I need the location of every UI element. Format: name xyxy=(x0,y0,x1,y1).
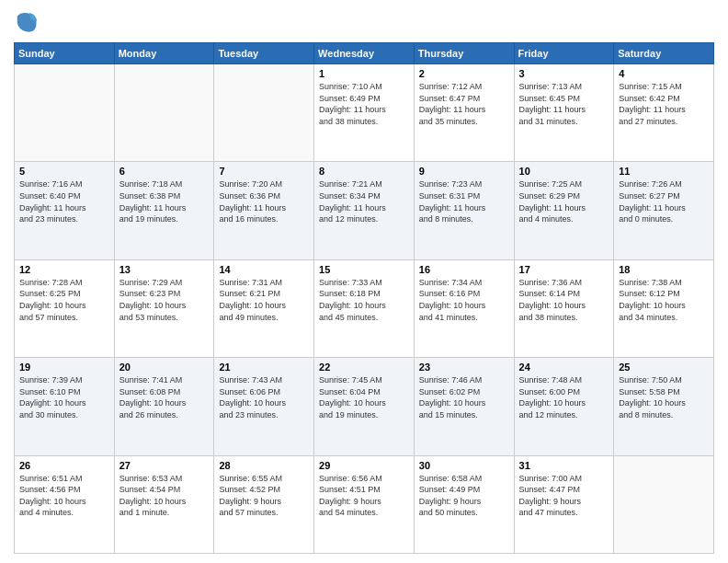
weekday-header-saturday: Saturday xyxy=(614,43,714,64)
weekday-header-wednesday: Wednesday xyxy=(314,43,415,64)
day-info: Sunrise: 7:45 AM Sunset: 6:04 PM Dayligh… xyxy=(319,374,409,420)
day-info: Sunrise: 7:36 AM Sunset: 6:14 PM Dayligh… xyxy=(519,277,609,323)
day-info: Sunrise: 7:28 AM Sunset: 6:25 PM Dayligh… xyxy=(19,277,109,323)
day-number: 1 xyxy=(319,68,409,79)
calendar-cell: 24Sunrise: 7:48 AM Sunset: 6:00 PM Dayli… xyxy=(514,358,614,455)
calendar-cell: 8Sunrise: 7:21 AM Sunset: 6:34 PM Daylig… xyxy=(314,162,415,259)
day-number: 27 xyxy=(119,460,210,471)
day-info: Sunrise: 7:33 AM Sunset: 6:18 PM Dayligh… xyxy=(319,277,409,323)
day-number: 17 xyxy=(519,264,609,275)
calendar-cell: 31Sunrise: 7:00 AM Sunset: 4:47 PM Dayli… xyxy=(514,455,614,553)
weekday-header-monday: Monday xyxy=(114,43,214,64)
calendar-cell: 18Sunrise: 7:38 AM Sunset: 6:12 PM Dayli… xyxy=(614,259,714,357)
calendar-cell: 15Sunrise: 7:33 AM Sunset: 6:18 PM Dayli… xyxy=(314,259,415,357)
day-number: 24 xyxy=(519,362,609,373)
day-number: 6 xyxy=(119,166,210,177)
calendar-cell: 27Sunrise: 6:53 AM Sunset: 4:54 PM Dayli… xyxy=(114,455,214,553)
calendar-cell: 26Sunrise: 6:51 AM Sunset: 4:56 PM Dayli… xyxy=(15,455,115,553)
day-number: 4 xyxy=(619,68,709,79)
day-info: Sunrise: 7:34 AM Sunset: 6:16 PM Dayligh… xyxy=(419,277,509,323)
day-number: 11 xyxy=(619,166,709,177)
weekday-header-friday: Friday xyxy=(514,43,614,64)
calendar-table: SundayMondayTuesdayWednesdayThursdayFrid… xyxy=(14,42,714,554)
calendar-cell xyxy=(614,455,714,553)
day-info: Sunrise: 6:51 AM Sunset: 4:56 PM Dayligh… xyxy=(19,473,109,519)
weekday-header-tuesday: Tuesday xyxy=(214,43,314,64)
calendar-week-row: 26Sunrise: 6:51 AM Sunset: 4:56 PM Dayli… xyxy=(15,455,714,553)
day-info: Sunrise: 7:38 AM Sunset: 6:12 PM Dayligh… xyxy=(619,277,709,323)
calendar-cell: 30Sunrise: 6:58 AM Sunset: 4:49 PM Dayli… xyxy=(414,455,514,553)
calendar-cell: 9Sunrise: 7:23 AM Sunset: 6:31 PM Daylig… xyxy=(414,162,514,259)
weekday-header-row: SundayMondayTuesdayWednesdayThursdayFrid… xyxy=(15,43,714,64)
day-info: Sunrise: 6:56 AM Sunset: 4:51 PM Dayligh… xyxy=(319,473,409,519)
calendar-cell: 14Sunrise: 7:31 AM Sunset: 6:21 PM Dayli… xyxy=(214,259,314,357)
day-info: Sunrise: 7:43 AM Sunset: 6:06 PM Dayligh… xyxy=(219,374,309,420)
day-number: 30 xyxy=(419,460,509,471)
day-number: 8 xyxy=(319,166,409,177)
day-info: Sunrise: 7:46 AM Sunset: 6:02 PM Dayligh… xyxy=(419,374,509,420)
day-number: 31 xyxy=(519,460,609,471)
calendar-cell: 16Sunrise: 7:34 AM Sunset: 6:16 PM Dayli… xyxy=(414,259,514,357)
day-number: 15 xyxy=(319,264,409,275)
day-info: Sunrise: 7:16 AM Sunset: 6:40 PM Dayligh… xyxy=(19,178,109,224)
day-number: 14 xyxy=(219,264,309,275)
logo xyxy=(14,9,43,35)
calendar-cell: 22Sunrise: 7:45 AM Sunset: 6:04 PM Dayli… xyxy=(314,358,415,455)
day-info: Sunrise: 7:41 AM Sunset: 6:08 PM Dayligh… xyxy=(119,374,210,420)
day-info: Sunrise: 6:58 AM Sunset: 4:49 PM Dayligh… xyxy=(419,473,509,519)
calendar-cell: 2Sunrise: 7:12 AM Sunset: 6:47 PM Daylig… xyxy=(414,64,514,162)
calendar-cell: 19Sunrise: 7:39 AM Sunset: 6:10 PM Dayli… xyxy=(15,358,115,455)
calendar-cell: 6Sunrise: 7:18 AM Sunset: 6:38 PM Daylig… xyxy=(114,162,214,259)
weekday-header-sunday: Sunday xyxy=(15,43,115,64)
calendar-cell: 20Sunrise: 7:41 AM Sunset: 6:08 PM Dayli… xyxy=(114,358,214,455)
day-info: Sunrise: 7:21 AM Sunset: 6:34 PM Dayligh… xyxy=(319,178,409,224)
day-number: 26 xyxy=(19,460,109,471)
calendar-week-row: 12Sunrise: 7:28 AM Sunset: 6:25 PM Dayli… xyxy=(15,259,714,357)
day-info: Sunrise: 7:23 AM Sunset: 6:31 PM Dayligh… xyxy=(419,178,509,224)
day-number: 21 xyxy=(219,362,309,373)
calendar-cell: 28Sunrise: 6:55 AM Sunset: 4:52 PM Dayli… xyxy=(214,455,314,553)
calendar-cell: 12Sunrise: 7:28 AM Sunset: 6:25 PM Dayli… xyxy=(15,259,115,357)
calendar-cell: 4Sunrise: 7:15 AM Sunset: 6:42 PM Daylig… xyxy=(614,64,714,162)
calendar-cell xyxy=(15,64,115,162)
calendar-cell: 17Sunrise: 7:36 AM Sunset: 6:14 PM Dayli… xyxy=(514,259,614,357)
calendar-cell xyxy=(114,64,214,162)
day-info: Sunrise: 7:20 AM Sunset: 6:36 PM Dayligh… xyxy=(219,178,309,224)
day-info: Sunrise: 7:13 AM Sunset: 6:45 PM Dayligh… xyxy=(519,81,609,127)
day-info: Sunrise: 7:25 AM Sunset: 6:29 PM Dayligh… xyxy=(519,178,609,224)
day-number: 5 xyxy=(19,166,109,177)
day-info: Sunrise: 7:18 AM Sunset: 6:38 PM Dayligh… xyxy=(119,178,210,224)
day-info: Sunrise: 7:50 AM Sunset: 5:58 PM Dayligh… xyxy=(619,374,709,420)
day-number: 19 xyxy=(19,362,109,373)
calendar-week-row: 19Sunrise: 7:39 AM Sunset: 6:10 PM Dayli… xyxy=(15,358,714,455)
day-number: 22 xyxy=(319,362,409,373)
calendar-cell: 5Sunrise: 7:16 AM Sunset: 6:40 PM Daylig… xyxy=(15,162,115,259)
page: SundayMondayTuesdayWednesdayThursdayFrid… xyxy=(0,0,728,563)
day-info: Sunrise: 7:12 AM Sunset: 6:47 PM Dayligh… xyxy=(419,81,509,127)
day-info: Sunrise: 7:26 AM Sunset: 6:27 PM Dayligh… xyxy=(619,178,709,224)
day-info: Sunrise: 7:31 AM Sunset: 6:21 PM Dayligh… xyxy=(219,277,309,323)
day-info: Sunrise: 7:15 AM Sunset: 6:42 PM Dayligh… xyxy=(619,81,709,127)
day-info: Sunrise: 7:00 AM Sunset: 4:47 PM Dayligh… xyxy=(519,473,609,519)
calendar-cell: 7Sunrise: 7:20 AM Sunset: 6:36 PM Daylig… xyxy=(214,162,314,259)
day-info: Sunrise: 6:55 AM Sunset: 4:52 PM Dayligh… xyxy=(219,473,309,519)
day-info: Sunrise: 7:39 AM Sunset: 6:10 PM Dayligh… xyxy=(19,374,109,420)
day-number: 13 xyxy=(119,264,210,275)
calendar-cell: 23Sunrise: 7:46 AM Sunset: 6:02 PM Dayli… xyxy=(414,358,514,455)
calendar-cell xyxy=(214,64,314,162)
calendar-cell: 3Sunrise: 7:13 AM Sunset: 6:45 PM Daylig… xyxy=(514,64,614,162)
day-number: 2 xyxy=(419,68,509,79)
day-info: Sunrise: 6:53 AM Sunset: 4:54 PM Dayligh… xyxy=(119,473,210,519)
day-info: Sunrise: 7:29 AM Sunset: 6:23 PM Dayligh… xyxy=(119,277,210,323)
calendar-cell: 1Sunrise: 7:10 AM Sunset: 6:49 PM Daylig… xyxy=(314,64,415,162)
weekday-header-thursday: Thursday xyxy=(414,43,514,64)
day-number: 7 xyxy=(219,166,309,177)
calendar-cell: 21Sunrise: 7:43 AM Sunset: 6:06 PM Dayli… xyxy=(214,358,314,455)
day-number: 29 xyxy=(319,460,409,471)
calendar-cell: 13Sunrise: 7:29 AM Sunset: 6:23 PM Dayli… xyxy=(114,259,214,357)
day-number: 20 xyxy=(119,362,210,373)
day-info: Sunrise: 7:48 AM Sunset: 6:00 PM Dayligh… xyxy=(519,374,609,420)
day-info: Sunrise: 7:10 AM Sunset: 6:49 PM Dayligh… xyxy=(319,81,409,127)
day-number: 28 xyxy=(219,460,309,471)
calendar-cell: 29Sunrise: 6:56 AM Sunset: 4:51 PM Dayli… xyxy=(314,455,415,553)
